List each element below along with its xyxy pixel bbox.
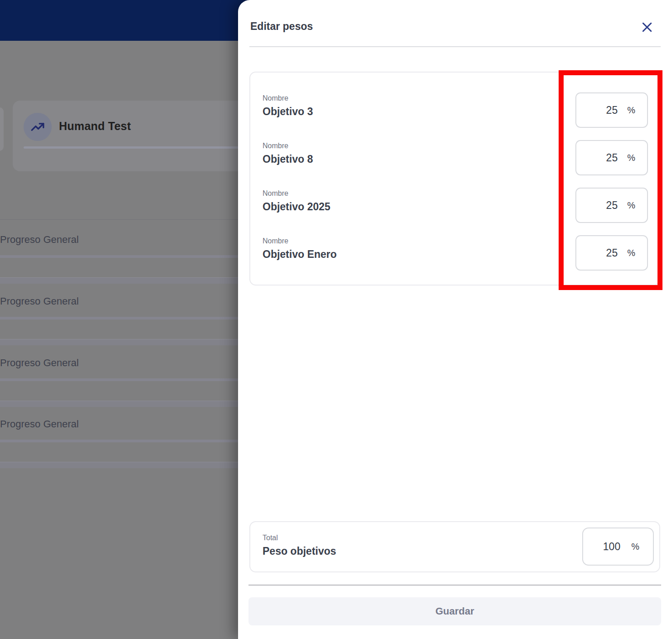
header-divider [249,46,661,47]
trending-up-icon [24,113,52,141]
percent-suffix: % [627,153,635,163]
drawer-title: Editar pesos [250,20,313,33]
total-card: Total Peso objetivos 100 % [249,521,660,572]
percent-suffix: % [627,248,635,258]
weight-value: 25 [606,104,618,116]
close-button[interactable] [639,19,655,35]
progress-bar-track [0,255,238,258]
progress-row-label: Progreso General [0,234,79,246]
screen: Humand Test Progreso General Progreso Ge… [0,0,672,639]
weights-card: Nombre Objetivo 3 25 % Nombre Objetivo 8… [249,72,660,286]
total-percent-input[interactable]: 100 % [582,528,654,566]
save-button[interactable]: Guardar [248,597,661,625]
weight-row: Nombre Objetivo 3 25 % [250,92,659,128]
field-label: Nombre [263,237,337,245]
weight-value: 25 [606,247,618,259]
weight-value: 25 [606,152,618,164]
row-separator-band [0,401,238,407]
row-separator-band [0,277,238,284]
weight-row: Nombre Objetivo Enero 25 % [250,235,659,271]
percent-suffix: % [631,542,639,552]
objective-name: Objetivo 2025 [263,201,331,213]
close-icon [640,20,654,34]
weight-value: 25 [606,199,618,212]
total-value: 100 [603,541,620,553]
weight-percent-input[interactable]: 25 % [575,235,648,271]
objective-name: Objetivo 3 [263,106,313,118]
progress-bar-track [0,440,238,442]
background-card-edge [0,107,4,151]
total-name: Peso objetivos [263,545,336,557]
objective-name: Objetivo Enero [263,248,337,261]
total-label: Total [263,534,336,542]
field-label: Nombre [263,189,331,198]
weight-percent-input[interactable]: 25 % [575,140,648,175]
field-label: Nombre [263,94,313,102]
background-divider [0,219,238,220]
percent-suffix: % [627,105,635,116]
objective-name: Objetivo 8 [263,153,313,165]
weight-row: Nombre Objetivo 8 25 % [250,140,659,175]
progress-row-label: Progreso General [0,295,79,307]
edit-weights-drawer: Editar pesos Nombre Objetivo 3 25 % [238,0,672,639]
row-separator-band [0,339,238,345]
field-label: Nombre [263,142,313,150]
row-separator-band [0,462,238,468]
progress-bar-track [0,378,238,381]
footer-divider [248,585,661,586]
goal-card-title: Humand Test [59,120,131,133]
progress-row-label: Progreso General [0,357,79,369]
weight-row: Nombre Objetivo 2025 25 % [250,188,659,223]
percent-suffix: % [627,200,635,211]
weight-percent-input[interactable]: 25 % [575,188,648,223]
progress-row-label: Progreso General [0,418,79,430]
weight-percent-input[interactable]: 25 % [575,92,648,128]
progress-bar-track [0,317,238,320]
